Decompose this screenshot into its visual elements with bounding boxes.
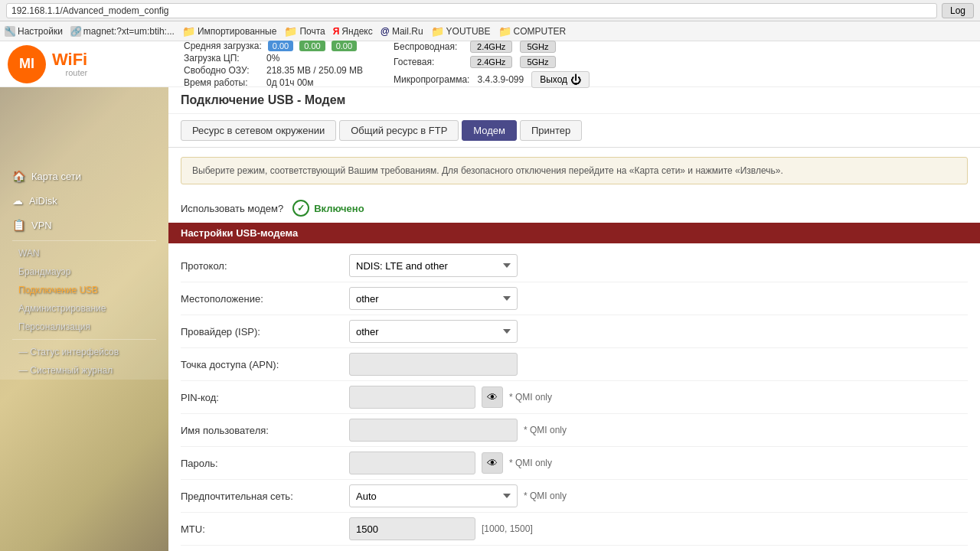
enabled-text: Включено <box>314 203 364 214</box>
mtu-range: [1000, 1500] <box>482 523 533 534</box>
sidebar-item-aidisk[interactable]: ☁ AiDisk <box>0 188 168 213</box>
bookmark-youtube[interactable]: 📁 YOUTUBE <box>431 25 491 37</box>
tab-modem[interactable]: Модем <box>462 120 517 141</box>
uptime-value: 0д 01ч 00м <box>266 77 314 88</box>
bookmark-yandex[interactable]: Я Яндекс <box>333 26 373 37</box>
protocol-row: Протокол: NDIS: LTE and other PPP: Other… <box>181 249 968 282</box>
tab-printer[interactable]: Принтер <box>520 120 582 141</box>
exit-label: Выход <box>540 74 567 85</box>
nav-divider-2 <box>12 339 156 340</box>
bookmark-mail[interactable]: 📁 Почта <box>284 25 325 37</box>
mtu-control: [1000, 1500] <box>349 517 968 540</box>
folder-icon: 📁 <box>182 25 195 37</box>
folder-icon: 📁 <box>284 25 297 37</box>
bookmark-label: magnet:?xt=um:btih:... <box>83 26 175 37</box>
username-input[interactable] <box>349 419 518 442</box>
location-row: Местоположение: other Russia USA <box>181 282 968 315</box>
enable-modem-row: Использовать модем? ✓ Включено <box>168 194 980 223</box>
log-button[interactable]: Log <box>942 3 974 18</box>
sidebar-subitem-personal[interactable]: Персонализация <box>0 318 168 336</box>
bookmark-label: Импортированные <box>198 26 276 37</box>
cpu-row: Загрузка ЦП: 0% <box>184 53 363 64</box>
info-box: Выберите режим, соответствующий Вашим тр… <box>181 157 968 184</box>
bookmark-mailru[interactable]: @ Mail.Ru <box>381 26 423 37</box>
bookmark-settings[interactable]: 🔧 Настройки <box>5 26 63 37</box>
sidebar-subitem-admin[interactable]: Администрирование <box>0 299 168 318</box>
wireless-24ghz-button[interactable]: 2.4GHz <box>470 41 512 53</box>
password-note: * QMI only <box>509 458 552 468</box>
exit-button[interactable]: Выход ⏻ <box>531 71 590 88</box>
isp-select[interactable]: other <box>349 320 518 343</box>
tabs-bar: Ресурс в сетевом окружении Общий ресурс … <box>168 114 980 148</box>
ram-value: 218.35 MB / 250.09 MB <box>266 65 363 76</box>
page-icon: 🔗 <box>70 26 81 37</box>
page-title-text: Подключение USB - Модем <box>181 93 345 106</box>
wireless-row: Беспроводная: 2.4GHz 5GHz <box>394 41 590 53</box>
address-text: 192.168.1.1/Advanced_modem_config <box>11 5 168 16</box>
cpu-label: Загрузка ЦП: <box>184 53 260 64</box>
guest-label: Гостевая: <box>394 57 462 67</box>
folder-icon: 📁 <box>498 25 511 37</box>
section-title: Настройки USB-модема <box>181 227 298 239</box>
sidebar-subitem-firewall[interactable]: Брандмауэр <box>0 262 168 281</box>
bookmark-magnet[interactable]: 🔗 magnet:?xt=um:btih:... <box>70 26 175 37</box>
mi-wifi-label: WiFi <box>52 51 87 68</box>
enabled-badge: ✓ Включено <box>292 200 364 217</box>
sidebar-subitem-usb[interactable]: Подключение USB <box>0 281 168 299</box>
preferred-network-select[interactable]: Auto 4G LTE 3G 2G <box>349 484 518 507</box>
bookmark-computer[interactable]: 📁 COMPUTER <box>498 25 567 37</box>
sidebar-item-vpn[interactable]: 📋 VPN <box>0 213 168 237</box>
protocol-label: Протокол: <box>181 260 349 272</box>
password-label: Пароль: <box>181 458 349 469</box>
info-text: Выберите режим, соответствующий Вашим тр… <box>192 165 783 176</box>
pin-input[interactable] <box>349 386 475 409</box>
page-icon: 🔧 <box>5 26 15 37</box>
sidebar-subitem-interfaces[interactable]: — Статус интерфейсов <box>0 343 168 361</box>
firmware-label: Микропрограмма: <box>394 74 469 85</box>
tab-ftp[interactable]: Общий ресурс в FTP <box>339 120 459 141</box>
guest-5ghz-button[interactable]: 5GHz <box>520 56 555 68</box>
load-val2: 0.00 <box>299 41 325 51</box>
guest-24ghz-button[interactable]: 2.4GHz <box>470 56 512 68</box>
mi-logo-area: MI WiFi router <box>0 45 168 83</box>
bookmarks-bar: 🔧 Настройки 🔗 magnet:?xt=um:btih:... 📁 И… <box>0 21 980 41</box>
wireless-5ghz-button[interactable]: 5GHz <box>520 41 555 53</box>
password-control: 👁 * QMI only <box>349 452 968 474</box>
pin-row: PIN-код: 👁 * QMI only <box>181 381 968 414</box>
mtu-input[interactable] <box>349 517 475 540</box>
password-row: Пароль: 👁 * QMI only <box>181 447 968 480</box>
section-header: Настройки USB-модема <box>168 223 980 243</box>
check-icon: ✓ <box>292 200 309 217</box>
sidebar-subitem-syslog[interactable]: — Системный журнал <box>0 361 168 380</box>
bookmark-label: Mail.Ru <box>392 26 423 37</box>
apn-input[interactable] <box>349 353 518 376</box>
form-area: Протокол: NDIS: LTE and other PPP: Other… <box>168 243 980 551</box>
isp-control: other <box>349 320 968 343</box>
pin-label: PIN-код: <box>181 392 349 403</box>
main-wrapper: MI WiFi router Средняя загрузка: 0.00 0.… <box>0 41 980 551</box>
vpn-icon: 📋 <box>12 219 25 231</box>
location-select[interactable]: other Russia USA <box>349 287 518 310</box>
browser-bar: 192.168.1.1/Advanced_modem_config Log <box>0 0 980 21</box>
protocol-control: NDIS: LTE and other PPP: Other QMI <box>349 254 968 277</box>
sidebar-item-kartas[interactable]: 🏠 Карта сети <box>0 164 168 188</box>
sidebar-subitem-wan[interactable]: WAN <box>0 244 168 262</box>
uptime-row: Время работы: 0д 01ч 00м <box>184 77 363 88</box>
bookmark-imported[interactable]: 📁 Импортированные <box>182 25 276 37</box>
power-icon: ⏻ <box>570 73 581 86</box>
password-input[interactable] <box>349 452 475 474</box>
password-eye-button[interactable]: 👁 <box>482 452 503 474</box>
preferred-network-row: Предпочтительная сеть: Auto 4G LTE 3G 2G… <box>181 480 968 513</box>
bookmark-label: Яндекс <box>341 26 372 37</box>
bookmark-label: Почта <box>299 26 325 37</box>
firmware-value: 3.4.3.9-099 <box>477 74 524 85</box>
isp-label: Провайдер (ISP): <box>181 326 349 337</box>
username-row: Имя пользователя: * QMI only <box>181 414 968 447</box>
ram-label: Свободно ОЗУ: <box>184 65 260 76</box>
tab-network-resource[interactable]: Ресурс в сетевом окружении <box>181 120 336 141</box>
address-bar[interactable]: 192.168.1.1/Advanced_modem_config <box>6 3 937 18</box>
protocol-select[interactable]: NDIS: LTE and other PPP: Other QMI <box>349 254 518 277</box>
username-note: * QMI only <box>524 425 567 435</box>
mi-text: WiFi router <box>52 51 87 77</box>
pin-eye-button[interactable]: 👁 <box>482 386 503 408</box>
